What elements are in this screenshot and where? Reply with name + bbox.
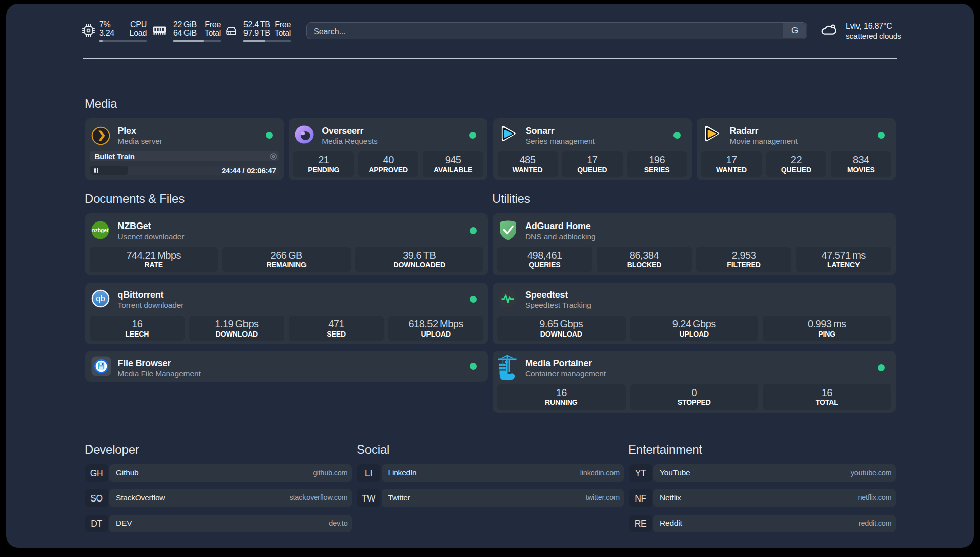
svg-text:nzbget: nzbget: [92, 228, 108, 233]
svg-text:qb: qb: [96, 294, 105, 303]
